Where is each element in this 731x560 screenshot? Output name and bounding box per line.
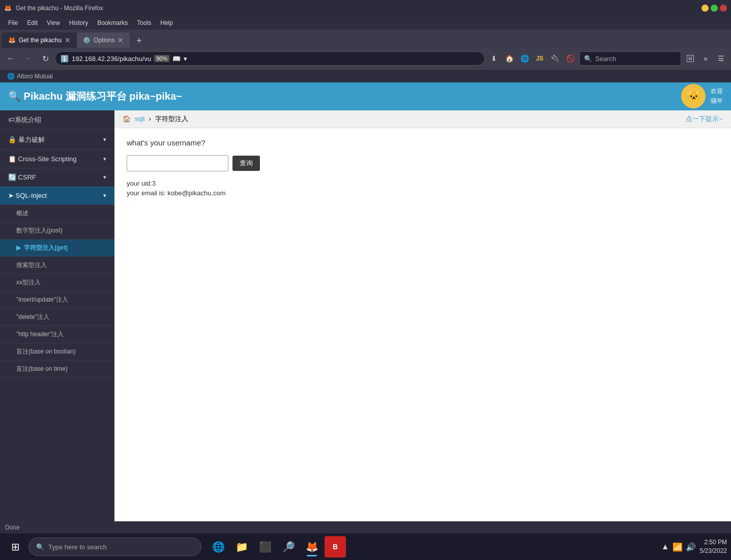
time-display[interactable]: 2:50 PM 5/23/2022 (700, 538, 727, 555)
menu-bar: File Edit View History Bookmarks Tools H… (0, 16, 731, 30)
input-row: 查询 (127, 155, 719, 171)
sidebar-item-bruteforce[interactable]: 🔒 暴力破解 ▾ (0, 130, 114, 150)
welcome-text: 欢迎 (711, 86, 723, 96)
sidebar-subitem-3[interactable]: 搜索型注入 (0, 257, 114, 274)
subitem-label-4: xx型注入 (16, 278, 41, 287)
more-tools-icon[interactable]: » (698, 51, 713, 66)
no-script-icon[interactable]: 🚫 (563, 51, 577, 66)
sidebar-item-system[interactable]: 🏷系统介绍 (0, 110, 114, 130)
taskbar-search[interactable]: 🔍 Type here to search (28, 538, 201, 556)
clock-date: 5/23/2022 (700, 547, 727, 555)
tab-close-pikachu[interactable]: ✕ (65, 36, 71, 44)
bookmark-label: Altoro Mutual (17, 73, 53, 80)
sidebar-subitem-6[interactable]: "delete"注入 (0, 309, 114, 326)
app-header: 🔍 Pikachu 漏洞练习平台 pika~pika~ 🐱 欢迎 骚年 (0, 82, 731, 110)
sidebar-xss-label: 📋 Cross-Site Scripting (8, 155, 76, 163)
menu-help[interactable]: Help (156, 18, 177, 27)
result-email: your email is: kobe@pikachu.com (127, 189, 719, 197)
windows-logo-icon: ⊞ (11, 541, 20, 553)
system-tray: ▲ 📶 🔊 2:50 PM 5/23/2022 (661, 538, 727, 555)
extensions-icon[interactable]: 🔌 (548, 51, 562, 66)
breadcrumb-sqli-link[interactable]: sqli (135, 115, 145, 123)
sidebar-csrf-label: 🔄 CSRF (8, 173, 36, 181)
menu-history[interactable]: History (65, 18, 92, 27)
refresh-button[interactable]: ↻ (38, 51, 53, 66)
bookmark-bar: 🌐 Altoro Mutual (0, 69, 731, 82)
sidebar-subitem-8[interactable]: 盲注(base on boolian) (0, 343, 114, 361)
home-icon[interactable]: 🏠 (502, 51, 516, 66)
taskbar-edge[interactable]: 🌐 (208, 536, 229, 557)
app-wrapper: 🔍 Pikachu 漏洞练习平台 pika~pika~ 🐱 欢迎 骚年 🏷系统介… (0, 82, 731, 534)
tab-icon: 🦊 (8, 37, 16, 44)
taskbar-firefox[interactable]: 🦊 (301, 536, 323, 557)
tab-pikachu[interactable]: 🦊 Get the pikachu ✕ (2, 33, 77, 48)
close-button[interactable] (720, 5, 727, 12)
sidebar-submenu-sqlinject: 概述 数字型注入(post) ▶ 字符型注入(get) 搜索型注入 xx型注入 … (0, 205, 114, 378)
sidebar-subitem-2[interactable]: ▶ 字符型注入(get) (0, 240, 114, 257)
taskbar-search-app[interactable]: 🔎 (278, 536, 299, 557)
hint-link[interactable]: 点一下提示~ (686, 114, 723, 124)
start-button[interactable]: ⊞ (4, 536, 26, 558)
menu-file[interactable]: File (4, 18, 22, 27)
title-bar: 🦊 Get the pikachu - Mozilla Firefox (0, 0, 731, 16)
breadcrumb-current: 字符型注入 (155, 114, 188, 124)
js-icon[interactable]: JS (533, 51, 547, 66)
subitem-label-7: "http header"注入 (16, 330, 64, 339)
content-area: 🏠 sqli › 字符型注入 点一下提示~ what's your userna… (114, 110, 731, 522)
tray-icons: ▲ 📶 🔊 (661, 542, 696, 552)
sidebar-item-csrf[interactable]: 🔄 CSRF ▾ (0, 168, 114, 187)
submit-button[interactable]: 查询 (232, 156, 260, 171)
content-body: what's your username? 查询 your uid:3 your… (114, 128, 731, 207)
forward-button[interactable]: → (20, 51, 36, 66)
menu-bookmarks[interactable]: Bookmarks (93, 18, 132, 27)
active-indicator-arrow: ▶ (16, 244, 21, 251)
bookmark-altoro[interactable]: 🌐 Altoro Mutual (4, 72, 56, 81)
taskbar-files[interactable]: 📁 (231, 536, 252, 557)
tab-gear-icon: ⚙️ (83, 37, 91, 44)
question-label: what's your username? (127, 138, 719, 147)
sidebar-subitem-1[interactable]: 数字型注入(post) (0, 222, 114, 240)
sidebar-subitem-4[interactable]: xx型注入 (0, 274, 114, 291)
download-icon[interactable]: ⬇ (487, 51, 501, 66)
globe-icon[interactable]: 🌐 (517, 51, 532, 66)
toolbar-icons: ⬇ 🏠 🌐 JS 🔌 🚫 (487, 51, 577, 66)
right-toolbar: 🅆 » ☰ (683, 51, 728, 66)
app-title: 🔍 Pikachu 漏洞练习平台 pika~pika~ (8, 90, 675, 103)
subitem-label-9: 盲注(base on time) (16, 365, 68, 373)
tab-close-options[interactable]: ✕ (118, 36, 124, 44)
search-bar[interactable]: 🔍 Search (579, 51, 681, 66)
menu-view[interactable]: View (43, 18, 64, 27)
sidebar-item-xss[interactable]: 📋 Cross-Site Scripting ▾ (0, 150, 114, 168)
sidebar-subitem-0[interactable]: 概述 (0, 205, 114, 222)
subitem-label-5: "insert/update"注入 (16, 296, 68, 304)
tab-bar: 🦊 Get the pikachu ✕ ⚙️ Options ✕ + (0, 30, 731, 48)
sidebar-item-sqlinject[interactable]: ➤ SQL-Inject ▾ (0, 187, 114, 205)
back-button[interactable]: ← (3, 51, 18, 66)
wot-icon[interactable]: 🅆 (683, 51, 697, 66)
address-bar[interactable]: ℹ️ 192.168.42.236/pikachu/vu 90% 📖 ▾ (55, 51, 485, 66)
taskbar-burp[interactable]: B (325, 536, 346, 557)
search-icon: 🔍 (584, 55, 592, 63)
menu-edit[interactable]: Edit (23, 18, 42, 27)
sidebar-subitem-7[interactable]: "http header"注入 (0, 326, 114, 343)
taskbar-search-placeholder: Type here to search (48, 543, 107, 551)
menu-tools[interactable]: Tools (133, 18, 155, 27)
username-input[interactable] (127, 155, 228, 171)
taskbar: ⊞ 🔍 Type here to search 🌐 📁 ⬛ 🔎 🦊 B ▲ 📶 … (0, 534, 731, 560)
minimize-button[interactable] (701, 5, 709, 12)
new-tab-button[interactable]: + (132, 34, 146, 48)
lock-icon: ℹ️ (61, 55, 69, 63)
tab-options[interactable]: ⚙️ Options ✕ (77, 33, 130, 48)
subitem-label-0: 概述 (16, 209, 28, 218)
subitem-label-6: "delete"注入 (16, 313, 49, 321)
sidebar-subitem-5[interactable]: "insert/update"注入 (0, 291, 114, 309)
home-breadcrumb-icon: 🏠 (123, 115, 131, 123)
app-body: 🏷系统介绍 🔒 暴力破解 ▾ 📋 Cross-Site Scripting ▾ … (0, 110, 731, 522)
sidebar-subitem-9[interactable]: 盲注(base on time) (0, 361, 114, 378)
maximize-button[interactable] (711, 5, 718, 12)
username-text: 骚年 (711, 96, 723, 106)
bookmark-icon: 🌐 (7, 73, 15, 80)
taskbar-terminal[interactable]: ⬛ (254, 536, 276, 557)
hamburger-icon[interactable]: ☰ (714, 51, 728, 66)
sqlinject-chevron: ▾ (103, 192, 106, 199)
